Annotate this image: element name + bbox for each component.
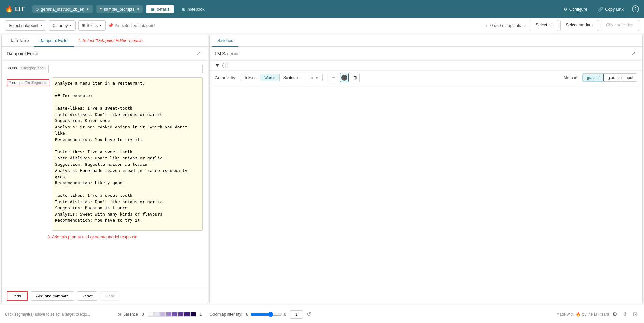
refresh-icon[interactable]: ↺ [307, 311, 311, 317]
tab-salience[interactable]: Salience [212, 35, 238, 47]
tab-data-table[interactable]: Data Table [4, 35, 34, 47]
slices-button[interactable]: ⊞ Slices ▼ [78, 20, 106, 31]
lm-salience-title: LM Salience [215, 51, 239, 56]
source-input[interactable] [48, 65, 203, 73]
gran-sentences-button[interactable]: Sentences [280, 74, 306, 81]
top-navigation: 🔥 LIT ⊙ gemma_instruct_2b_en ▼ ≡ sample_… [0, 0, 644, 18]
download-footer-icon[interactable]: ⬇ [621, 311, 629, 318]
add-compare-button[interactable]: Add and compare [31, 291, 74, 301]
select-all-button[interactable]: Select all [530, 20, 558, 31]
prompt-label-group: *prompt TextSegment [7, 79, 49, 86]
dataset-dropdown-arrow: ▼ [136, 7, 139, 11]
colormap-box-6 [184, 312, 190, 317]
salience-content [210, 85, 642, 304]
select-datapoint-button[interactable]: Select datapoint ▼ [5, 20, 46, 31]
reset-button[interactable]: Reset [77, 291, 97, 301]
toolbar-right: ‹ 0 of 9 datapoints › Select all Select … [484, 20, 639, 31]
app-title: LIT [15, 5, 25, 13]
granularity-row: Granularity: Tokens Words Sentences Line… [210, 71, 642, 85]
intensity-min: 0 [246, 312, 248, 317]
prompt-textarea[interactable]: Analyze a menu item in a restaurant. ## … [52, 77, 203, 231]
colormap-box-4 [172, 312, 178, 317]
select-datapoint-arrow: ▼ [40, 24, 43, 27]
configure-button[interactable]: ⚙ Configure [561, 5, 590, 13]
circle-view-button[interactable]: − [340, 73, 349, 82]
prompt-type: TextSegment [24, 81, 47, 85]
model-dropdown-arrow: ▼ [86, 7, 89, 11]
lm-salience-controls-row: ▼ i [210, 61, 642, 71]
instruction-3-text: 3. Add this prompt and generate model re… [48, 233, 203, 241]
colormap-intensity-label: Colormap intensity: [209, 312, 242, 317]
clear-selection-button[interactable]: Clear selection [601, 20, 639, 31]
next-arrow[interactable]: › [522, 22, 528, 28]
footer-team-text: by the LIT team [582, 312, 609, 317]
salience-label-group: ⊙ Salience [117, 312, 138, 317]
datapoint-editor: source CategoryLabel *prompt TextSegment… [2, 61, 208, 288]
bottom-bar: Click segment(s) above to select a targe… [0, 305, 644, 323]
main-toolbar: Select datapoint ▼ Color by ▼ ⊞ Slices ▼… [0, 18, 644, 33]
tab-default-icon: ▣ [151, 7, 155, 12]
select-datapoint-label: Select datapoint [9, 23, 38, 28]
source-label-group: source CategoryLabel [7, 66, 46, 70]
help-button[interactable]: ? [632, 5, 639, 12]
select-random-button[interactable]: Select random [560, 20, 598, 31]
copy-footer-icon[interactable]: ⊡ [631, 311, 639, 318]
grid-view-button[interactable]: ⊞ [351, 73, 360, 82]
colormap-box-7 [190, 312, 196, 317]
tab-datapoint-editor[interactable]: Datapoint Editor [34, 35, 74, 47]
copy-link-button[interactable]: 🔗 Copy Link [594, 5, 628, 13]
datapoints-info: ‹ 0 of 9 datapoints › [484, 22, 528, 28]
instruction-1-banner: 1. Select "Datapoint Editor" module. [74, 35, 205, 46]
left-panel: Data Table Datapoint Editor 1. Select "D… [1, 35, 208, 304]
colormap-zero: 0 [142, 312, 144, 317]
slices-label: Slices [86, 23, 98, 28]
pin-selected-button[interactable]: 📌 Pin selected datapoint [108, 23, 155, 28]
pin-label: Pin selected datapoint [115, 23, 155, 28]
info-icon[interactable]: i [222, 63, 228, 68]
source-label: source [7, 66, 18, 70]
lm-salience-bar: LM Salience ⤢ [210, 47, 642, 61]
datapoints-count: 0 of 9 datapoints [490, 23, 521, 28]
gran-words-button[interactable]: Words [260, 74, 279, 81]
add-button[interactable]: Add [7, 291, 28, 301]
clear-button[interactable]: Clear [100, 291, 119, 301]
colormap-box-3 [166, 312, 172, 317]
intensity-slider[interactable] [250, 312, 282, 317]
salience-tab-label: Salience [217, 38, 233, 43]
app-logo: 🔥 LIT [5, 5, 25, 13]
colormap-box-0 [148, 312, 154, 317]
panel-title: Datapoint Editor [7, 51, 39, 56]
method-grad-l2-button[interactable]: grad_l2 [583, 74, 604, 81]
view-icons: ☰ − ⊞ [329, 73, 360, 82]
list-view-button[interactable]: ☰ [329, 73, 338, 82]
pin-icon: 📌 [108, 23, 113, 28]
tab-notebook[interactable]: ⊞ notebook [177, 5, 209, 13]
footer-text: Made with [556, 312, 574, 317]
panel-title-bar: Datapoint Editor ⤢ [2, 47, 208, 61]
prompt-field-row: *prompt TextSegment Analyze a menu item … [7, 77, 203, 231]
prompt-label: *prompt [9, 81, 23, 85]
color-by-button[interactable]: Color by ▼ [49, 20, 76, 31]
model-icon: ⊙ [35, 7, 39, 12]
slices-icon: ⊞ [82, 23, 85, 28]
settings-footer-icon[interactable]: ⚙ [611, 311, 618, 318]
gran-tokens-button[interactable]: Tokens [240, 74, 260, 81]
model-selector[interactable]: ⊙ gemma_instruct_2b_en ▼ [32, 5, 93, 13]
expand-panel-button[interactable]: ⤢ [195, 50, 203, 57]
lm-salience-expand-button[interactable]: ⤢ [629, 50, 637, 57]
colormap-box-1 [154, 312, 160, 317]
intensity-max: 6 [284, 312, 286, 317]
gran-lines-button[interactable]: Lines [305, 74, 322, 81]
footer-right: Made with 🔥 by the LIT team ⚙ ⬇ ⊡ [556, 311, 639, 318]
footer-flame-icon: 🔥 [576, 312, 580, 317]
prev-arrow[interactable]: ‹ [484, 22, 489, 28]
page-number-input[interactable] [290, 310, 303, 319]
dropdown-icon[interactable]: ▼ [215, 63, 220, 68]
source-type: CategoryLabel [20, 66, 46, 70]
tab-notebook-label: notebook [187, 7, 205, 12]
method-grad-dot-button[interactable]: grad_dot_input [604, 74, 637, 81]
color-by-label: Color by [52, 23, 68, 28]
granularity-label: Granularity: [215, 75, 236, 80]
tab-default[interactable]: ▣ default [146, 5, 174, 13]
dataset-selector[interactable]: ≡ sample_prompts ▼ [96, 5, 143, 13]
